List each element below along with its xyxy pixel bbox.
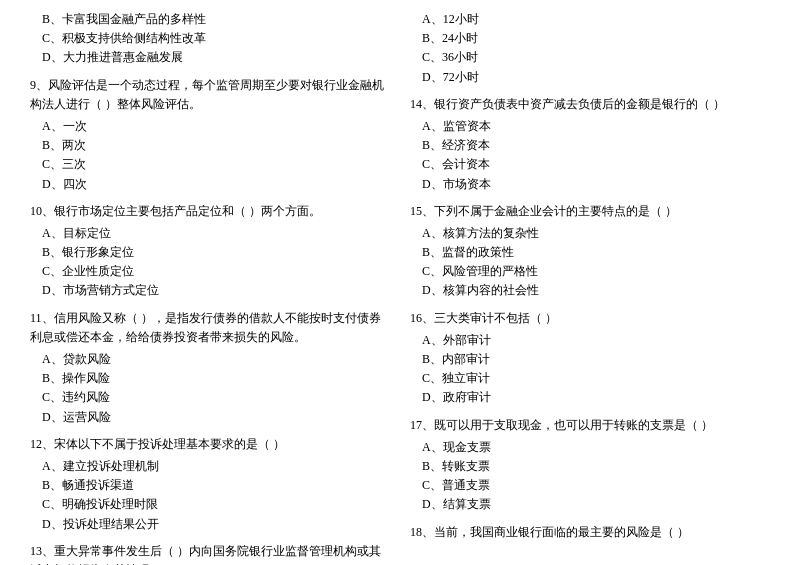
- q16-option-c: C、独立审计: [422, 369, 770, 388]
- q16-option-b: B、内部审计: [422, 350, 770, 369]
- question-12-text: 12、宋体以下不属于投诉处理基本要求的是（ ）: [30, 435, 390, 454]
- q12-option-b: B、畅通投诉渠道: [42, 476, 390, 495]
- option-d: D、大力推进普惠金融发展: [42, 48, 390, 67]
- question-13-text: 13、重大异常事件发生后（ ）内向国务院银行业监督管理机构或其派出机构报告有关情…: [30, 542, 390, 565]
- question-16-text: 16、三大类审计不包括（ ）: [410, 309, 770, 328]
- question-14-text: 14、银行资产负债表中资产减去负债后的金额是银行的（ ）: [410, 95, 770, 114]
- q12-option-c: C、明确投诉处理时限: [42, 495, 390, 514]
- q13-option-a: A、12小时: [422, 10, 770, 29]
- q10-option-d: D、市场营销方式定位: [42, 281, 390, 300]
- q10-option-c: C、企业性质定位: [42, 262, 390, 281]
- question-16: 16、三大类审计不包括（ ） A、外部审计 B、内部审计 C、独立审计 D、政府…: [410, 309, 770, 408]
- question-9: 9、风险评估是一个动态过程，每个监管周期至少要对银行业金融机构法人进行（ ）整体…: [30, 76, 390, 194]
- q13-time-options: A、12小时 B、24小时 C、36小时 D、72小时: [410, 10, 770, 87]
- q17-option-a: A、现金支票: [422, 438, 770, 457]
- q9-option-a: A、一次: [42, 117, 390, 136]
- q13-option-b: B、24小时: [422, 29, 770, 48]
- q11-option-b: B、操作风险: [42, 369, 390, 388]
- q17-option-b: B、转账支票: [422, 457, 770, 476]
- q9-option-d: D、四次: [42, 175, 390, 194]
- question-12: 12、宋体以下不属于投诉处理基本要求的是（ ） A、建立投诉处理机制 B、畅通投…: [30, 435, 390, 534]
- q15-option-d: D、核算内容的社会性: [422, 281, 770, 300]
- question-13: 13、重大异常事件发生后（ ）内向国务院银行业监督管理机构或其派出机构报告有关情…: [30, 542, 390, 565]
- q11-option-a: A、贷款风险: [42, 350, 390, 369]
- option-b: B、卡富我国金融产品的多样性: [42, 10, 390, 29]
- question-15: 15、下列不属于金融企业会计的主要特点的是（ ） A、核算方法的复杂性 B、监督…: [410, 202, 770, 301]
- question-17: 17、既可以用于支取现金，也可以用于转账的支票是（ ） A、现金支票 B、转账支…: [410, 416, 770, 515]
- left-column: B、卡富我国金融产品的多样性 C、积极支持供给侧结构性改革 D、大力推进普惠金融…: [30, 10, 400, 565]
- prev-question-options: B、卡富我国金融产品的多样性 C、积极支持供给侧结构性改革 D、大力推进普惠金融…: [30, 10, 390, 68]
- question-15-text: 15、下列不属于金融企业会计的主要特点的是（ ）: [410, 202, 770, 221]
- question-18-text: 18、当前，我国商业银行面临的最主要的风险是（ ）: [410, 523, 770, 542]
- q10-option-b: B、银行形象定位: [42, 243, 390, 262]
- q15-option-b: B、监督的政策性: [422, 243, 770, 262]
- question-10-text: 10、银行市场定位主要包括产品定位和（ ）两个方面。: [30, 202, 390, 221]
- q13-option-d: D、72小时: [422, 68, 770, 87]
- question-14: 14、银行资产负债表中资产减去负债后的金额是银行的（ ） A、监管资本 B、经济…: [410, 95, 770, 194]
- question-17-text: 17、既可以用于支取现金，也可以用于转账的支票是（ ）: [410, 416, 770, 435]
- q14-option-a: A、监管资本: [422, 117, 770, 136]
- q13-option-c: C、36小时: [422, 48, 770, 67]
- question-11: 11、信用风险又称（ ），是指发行债券的借款人不能按时支付债券利息或偿还本金，给…: [30, 309, 390, 427]
- q14-option-d: D、市场资本: [422, 175, 770, 194]
- question-10: 10、银行市场定位主要包括产品定位和（ ）两个方面。 A、目标定位 B、银行形象…: [30, 202, 390, 301]
- q9-option-c: C、三次: [42, 155, 390, 174]
- q11-option-c: C、违约风险: [42, 388, 390, 407]
- q9-option-b: B、两次: [42, 136, 390, 155]
- question-9-text: 9、风险评估是一个动态过程，每个监管周期至少要对银行业金融机构法人进行（ ）整体…: [30, 76, 390, 114]
- main-content: B、卡富我国金融产品的多样性 C、积极支持供给侧结构性改革 D、大力推进普惠金融…: [30, 10, 770, 565]
- q12-option-a: A、建立投诉处理机制: [42, 457, 390, 476]
- q14-option-b: B、经济资本: [422, 136, 770, 155]
- q15-option-a: A、核算方法的复杂性: [422, 224, 770, 243]
- q14-option-c: C、会计资本: [422, 155, 770, 174]
- q11-option-d: D、运营风险: [42, 408, 390, 427]
- q17-option-c: C、普通支票: [422, 476, 770, 495]
- q15-option-c: C、风险管理的严格性: [422, 262, 770, 281]
- q16-option-a: A、外部审计: [422, 331, 770, 350]
- q17-option-d: D、结算支票: [422, 495, 770, 514]
- q16-option-d: D、政府审计: [422, 388, 770, 407]
- q10-option-a: A、目标定位: [42, 224, 390, 243]
- right-column: A、12小时 B、24小时 C、36小时 D、72小时 14、银行资产负债表中资…: [400, 10, 770, 565]
- question-11-text: 11、信用风险又称（ ），是指发行债券的借款人不能按时支付债券利息或偿还本金，给…: [30, 309, 390, 347]
- option-c: C、积极支持供给侧结构性改革: [42, 29, 390, 48]
- question-18: 18、当前，我国商业银行面临的最主要的风险是（ ）: [410, 523, 770, 542]
- q12-option-d: D、投诉处理结果公开: [42, 515, 390, 534]
